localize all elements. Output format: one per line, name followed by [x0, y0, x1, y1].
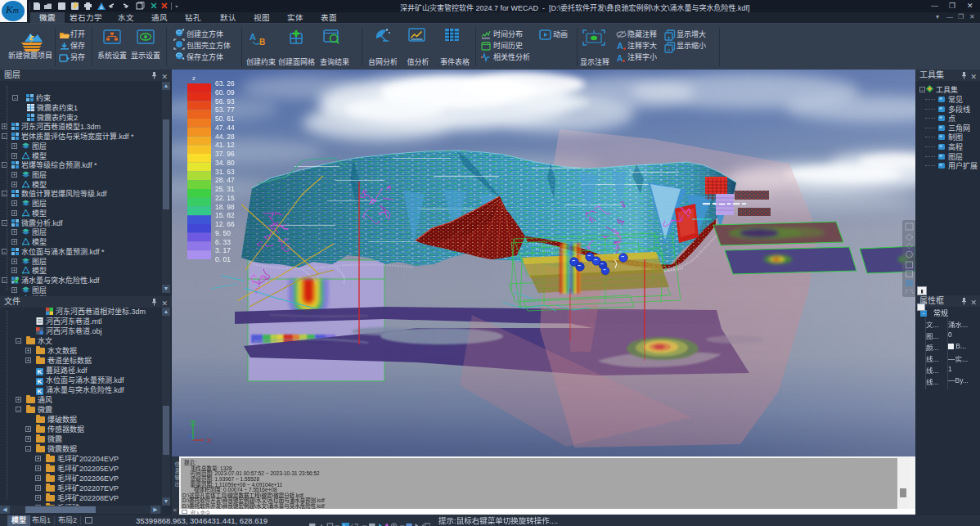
- svg-text:53. 77: 53. 77: [215, 106, 235, 114]
- svg-text:A: A: [617, 54, 623, 63]
- svg-text:A: A: [617, 41, 623, 51]
- svg-text:22. 15: 22. 15: [215, 194, 235, 202]
- svg-text:12. 66: 12. 66: [215, 220, 235, 228]
- svg-text:6. 33: 6. 33: [215, 238, 231, 246]
- svg-text:60. 09: 60. 09: [215, 88, 235, 97]
- svg-text:56. 93: 56. 93: [215, 97, 235, 106]
- svg-text:25. 31: 25. 31: [215, 185, 235, 193]
- svg-text:z: z: [192, 74, 196, 82]
- svg-text:34. 80: 34. 80: [215, 159, 235, 167]
- svg-text:37. 96: 37. 96: [215, 150, 235, 158]
- svg-text:63. 26: 63. 26: [215, 79, 235, 88]
- svg-text:44. 28: 44. 28: [215, 133, 235, 141]
- svg-text:B: B: [259, 38, 265, 47]
- svg-text:28. 47: 28. 47: [215, 176, 235, 184]
- svg-text:50. 61: 50. 61: [215, 115, 235, 123]
- svg-text:L: L: [344, 523, 347, 526]
- svg-text:15. 82: 15. 82: [215, 211, 235, 219]
- svg-text:18. 98: 18. 98: [215, 203, 235, 211]
- svg-text:0. 01: 0. 01: [215, 255, 231, 263]
- svg-text:47. 44: 47. 44: [215, 124, 235, 132]
- svg-text:A: A: [249, 32, 256, 42]
- svg-text:31. 63: 31. 63: [215, 168, 235, 176]
- svg-text:41. 12: 41. 12: [215, 141, 235, 149]
- svg-text:9. 50: 9. 50: [215, 229, 231, 237]
- svg-text:3. 17: 3. 17: [215, 246, 231, 254]
